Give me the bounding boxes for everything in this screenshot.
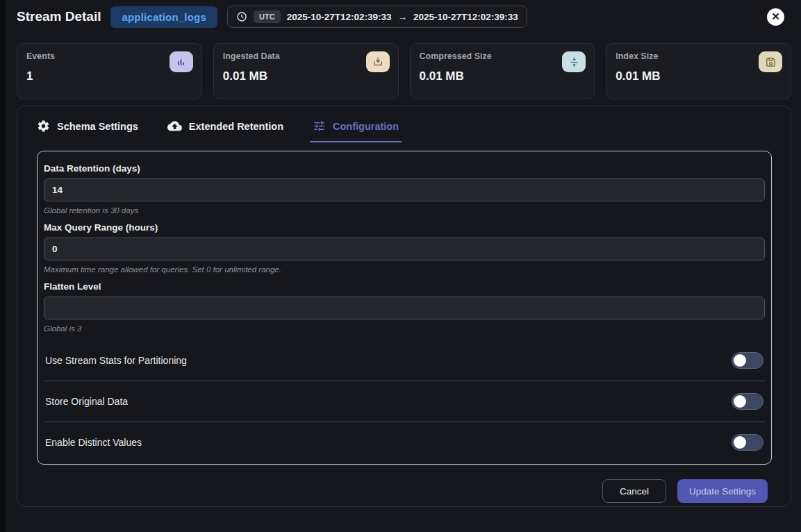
timezone-chip: UTC: [254, 10, 281, 23]
time-range-picker[interactable]: UTC 2025-10-27T12:02:39:33 → 2025-10-27T…: [227, 6, 527, 28]
stream-name-badge: application_logs: [110, 6, 217, 28]
clock-icon: [236, 11, 247, 22]
toggle-label: Enable Distinct Values: [45, 437, 142, 448]
stat-card-index-size: Index Size 0.01 MB: [606, 43, 791, 99]
tab-configuration[interactable]: Configuration: [310, 117, 402, 142]
tab-bar: Schema Settings Extended Retention Confi…: [17, 106, 791, 142]
toggle-thumb: [734, 354, 746, 367]
configuration-form: Data Retention (days) Global retention i…: [37, 151, 772, 465]
max-query-range-input[interactable]: [44, 238, 765, 260]
data-retention-helper: Global retention is 30 days: [44, 206, 765, 215]
toggle-row-store-original: Store Original Data: [44, 381, 765, 422]
gear-icon: [37, 119, 50, 133]
stat-label: Ingested Data: [223, 51, 389, 61]
store-original-data-toggle[interactable]: [732, 393, 763, 410]
stat-value: 0.01 MB: [616, 69, 782, 83]
tab-label: Configuration: [333, 121, 399, 132]
form-footer: Cancel Update Settings: [17, 479, 768, 503]
data-retention-label: Data Retention (days): [44, 163, 765, 174]
stat-label: Events: [26, 51, 192, 61]
cloud-upload-icon: [167, 119, 182, 133]
tab-label: Schema Settings: [57, 121, 138, 132]
stream-settings-panel: Schema Settings Extended Retention Confi…: [17, 106, 791, 507]
stream-detail-modal: Stream Detail application_logs UTC 2025-…: [6, 0, 801, 532]
time-range-end: 2025-10-27T12:02:39:33: [413, 12, 518, 22]
cancel-button[interactable]: Cancel: [602, 479, 666, 503]
stat-card-ingested-data: Ingested Data 0.01 MB: [213, 43, 399, 99]
flatten-level-input[interactable]: [44, 297, 765, 319]
stat-value: 0.01 MB: [223, 69, 389, 83]
tune-icon: [313, 119, 326, 133]
toggle-label: Use Stream Stats for Partitioning: [45, 355, 187, 366]
max-query-range-helper: Maximum time range allowed for queries. …: [44, 265, 765, 274]
toggle-row-stream-stats: Use Stream Stats for Partitioning: [44, 340, 765, 381]
update-settings-button[interactable]: Update Settings: [677, 479, 768, 503]
stat-label: Compressed Size: [420, 51, 586, 61]
stat-value: 0.01 MB: [420, 69, 586, 83]
stats-row: Events 1 Ingested Data 0.01 MB: [6, 43, 801, 99]
stat-label: Index Size: [616, 51, 782, 61]
toggle-thumb: [734, 436, 746, 449]
bar-chart-icon: [170, 51, 193, 72]
modal-header: Stream Detail application_logs UTC 2025-…: [6, 0, 801, 33]
time-range-start: 2025-10-27T12:02:39:33: [287, 12, 392, 22]
stat-card-compressed-size: Compressed Size 0.01 MB: [410, 43, 595, 99]
stream-stats-toggle[interactable]: [732, 352, 763, 369]
toggle-label: Store Original Data: [45, 396, 128, 407]
tab-label: Extended Retention: [189, 121, 283, 132]
stat-card-events: Events 1: [17, 43, 202, 99]
stat-value: 1: [26, 69, 192, 83]
flatten-level-label: Flatten Level: [44, 281, 765, 292]
page-title: Stream Detail: [17, 9, 101, 24]
max-query-range-label: Max Query Range (hours): [44, 222, 765, 233]
enable-distinct-values-toggle[interactable]: [732, 434, 763, 451]
download-tray-icon: [366, 51, 390, 72]
compress-icon: [562, 51, 586, 72]
flatten-level-helper: Global is 3: [44, 324, 765, 333]
data-retention-input[interactable]: [44, 178, 765, 201]
tab-extended-retention[interactable]: Extended Retention: [165, 117, 286, 142]
toggle-thumb: [734, 395, 746, 408]
toggle-row-distinct-values: Enable Distinct Values: [44, 422, 765, 463]
arrow-right-icon: →: [397, 12, 407, 22]
tab-schema-settings[interactable]: Schema Settings: [34, 117, 141, 142]
close-icon[interactable]: ✕: [767, 8, 784, 26]
save-icon: [759, 51, 782, 72]
